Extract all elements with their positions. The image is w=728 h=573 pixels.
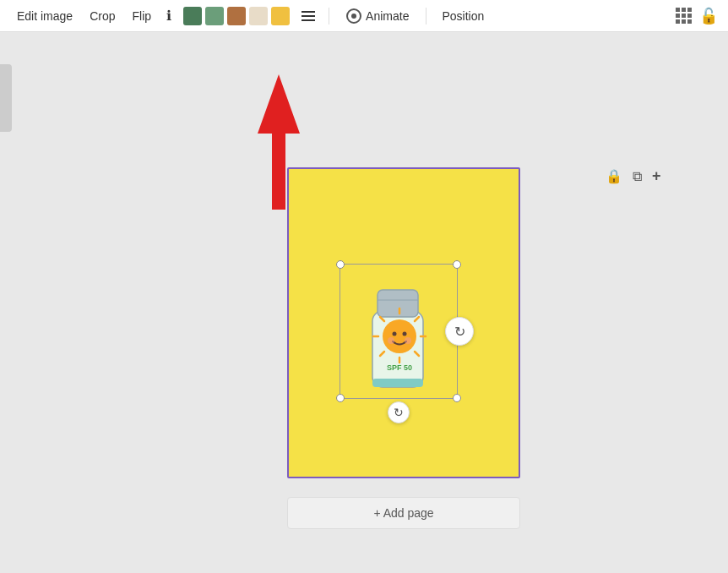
toolbar: Edit image Crop Flip ℹ Animate Position … bbox=[0, 0, 728, 32]
toolbar-right: 🔓 bbox=[676, 7, 718, 25]
handle-bottom-left[interactable] bbox=[336, 394, 345, 402]
color-swatch-brown[interactable] bbox=[227, 7, 246, 25]
rotate-handle[interactable]: ↻ bbox=[388, 401, 410, 423]
floating-actions: 🔒 ⧉ + bbox=[606, 167, 661, 185]
toolbar-divider-2 bbox=[426, 8, 426, 25]
rotate-icon: ↻ bbox=[394, 406, 404, 419]
toolbar-divider bbox=[329, 8, 329, 25]
canvas-area: 🔒 ⧉ + bbox=[0, 32, 728, 573]
color-swatch-medium-green[interactable] bbox=[205, 7, 224, 25]
crop-button[interactable]: Crop bbox=[83, 6, 122, 26]
color-swatch-cream[interactable] bbox=[249, 7, 268, 25]
handle-bottom-right[interactable] bbox=[453, 394, 461, 402]
hamburger-line bbox=[302, 11, 315, 13]
lock-element-button[interactable]: 🔒 bbox=[606, 167, 622, 185]
svg-point-13 bbox=[393, 332, 397, 336]
animate-button[interactable]: Animate bbox=[338, 5, 417, 27]
svg-point-16 bbox=[405, 337, 411, 344]
color-swatch-dark-green[interactable] bbox=[183, 7, 202, 25]
page-container: SPF 50 ↻ ↻ bbox=[287, 167, 520, 478]
right-rotate-button[interactable]: ↻ bbox=[445, 317, 474, 346]
info-icon: ℹ bbox=[166, 8, 171, 23]
page-canvas[interactable]: SPF 50 ↻ ↻ bbox=[287, 167, 520, 478]
flip-button[interactable]: Flip bbox=[126, 6, 159, 26]
grid-icon[interactable] bbox=[676, 8, 693, 25]
edit-image-button[interactable]: Edit image bbox=[10, 6, 79, 26]
svg-text:SPF 50: SPF 50 bbox=[387, 363, 412, 372]
left-panel bbox=[0, 64, 12, 132]
lock-icon[interactable]: 🔓 bbox=[699, 7, 718, 25]
color-swatch-yellow[interactable] bbox=[271, 7, 290, 25]
svg-point-14 bbox=[403, 332, 407, 336]
color-swatches bbox=[183, 7, 290, 25]
position-button[interactable]: Position bbox=[435, 6, 491, 26]
svg-rect-2 bbox=[378, 290, 418, 317]
svg-rect-18 bbox=[372, 379, 423, 387]
hamburger-line bbox=[302, 15, 315, 17]
info-button[interactable]: ℹ bbox=[161, 6, 177, 25]
image-element[interactable]: SPF 50 ↻ ↻ bbox=[340, 264, 458, 399]
right-rotate-icon: ↻ bbox=[454, 324, 465, 340]
add-page-button[interactable]: + Add page bbox=[287, 497, 520, 529]
hamburger-menu-button[interactable] bbox=[296, 8, 320, 25]
duplicate-button[interactable]: ⧉ bbox=[633, 167, 642, 185]
handle-top-left[interactable] bbox=[336, 260, 345, 269]
svg-point-15 bbox=[388, 337, 394, 344]
hamburger-line bbox=[302, 19, 315, 21]
add-element-button[interactable]: + bbox=[652, 167, 661, 185]
animate-icon bbox=[346, 8, 361, 24]
animate-label: Animate bbox=[366, 9, 409, 23]
svg-point-4 bbox=[383, 319, 416, 353]
handle-top-right[interactable] bbox=[453, 260, 461, 269]
